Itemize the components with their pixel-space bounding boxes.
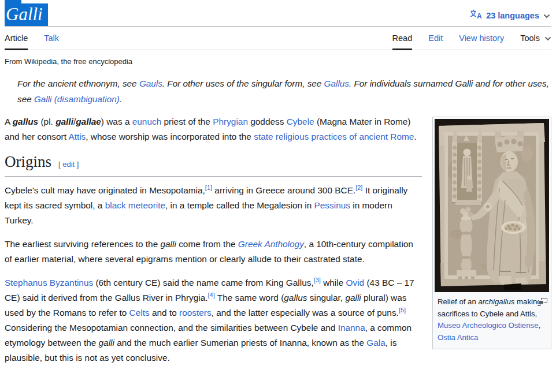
thumbnail-image[interactable] <box>435 119 549 292</box>
tab-bar: Article Talk Read Edit View history Tool… <box>5 27 551 50</box>
wiki-link[interactable]: Gallus <box>324 79 349 88</box>
image-caption-text: Relief of an archigallus making sacrific… <box>438 297 542 342</box>
page-header: Galli A 23 languages <box>5 0 551 25</box>
wiki-link[interactable]: roosters <box>179 308 212 318</box>
reference-link[interactable]: [1] <box>205 184 212 191</box>
reference-link[interactable]: [4] <box>208 292 215 298</box>
main-text: A gallus (pl. galli/gallae) was a eunuch… <box>5 114 422 365</box>
namespace-tabs: Article Talk <box>5 27 59 50</box>
tab-read[interactable]: Read <box>392 27 413 50</box>
language-button[interactable]: A 23 languages <box>470 9 550 21</box>
site-tagline: From Wikipedia, the free encyclopedia <box>5 57 551 66</box>
language-icon: A <box>470 9 482 21</box>
view-tabs: Read Edit View history Tools <box>392 27 551 50</box>
wiki-link[interactable]: Pessinus <box>314 200 350 210</box>
wiki-link[interactable]: Galli (disambiguation) <box>34 94 120 104</box>
edit-section-link[interactable]: edit <box>62 160 75 169</box>
tab-tools[interactable]: Tools <box>520 27 551 50</box>
chevron-down-icon <box>544 33 551 43</box>
article-body: Relief of an archigallus making sacrific… <box>5 114 551 365</box>
wiki-link[interactable]: black meteorite <box>105 200 165 210</box>
page-title: Galli <box>5 4 48 25</box>
selection-artifact <box>5 0 21 5</box>
page-title-text: Galli <box>5 3 48 26</box>
reference-link[interactable]: [5] <box>399 307 406 313</box>
paragraph: Cybele's cult may have originated in Mes… <box>5 183 422 228</box>
thumbnail: Relief of an archigallus making sacrific… <box>432 117 551 349</box>
wiki-link[interactable]: Stephanus Byzantinus <box>5 278 93 288</box>
wiki-link[interactable]: Ovid <box>346 278 365 288</box>
section-heading-origins: Origins[ edit ] <box>5 154 422 177</box>
language-count-label: 23 languages <box>486 11 539 20</box>
reference-link[interactable]: [2] <box>355 184 362 191</box>
hatnote: For the ancient ethnonym, see Gauls. For… <box>17 76 551 107</box>
edit-bracket: ] <box>77 160 79 169</box>
wiki-link[interactable]: Greek Anthology <box>238 239 304 249</box>
tab-talk[interactable]: Talk <box>44 27 59 50</box>
paragraph: The earliest surviving references to the… <box>5 237 422 267</box>
reference-link[interactable]: [3] <box>314 277 321 283</box>
tab-edit[interactable]: Edit <box>428 27 443 50</box>
svg-text:A: A <box>477 12 482 19</box>
section-heading-text: Origins <box>5 153 51 170</box>
tab-view-history[interactable]: View history <box>459 27 504 50</box>
image-caption: Relief of an archigallus making sacrific… <box>435 292 549 347</box>
wiki-link[interactable]: Inanna <box>338 323 365 333</box>
tools-label: Tools <box>520 33 540 43</box>
wiki-link[interactable]: Attis <box>68 132 86 141</box>
wiki-link[interactable]: eunuch <box>132 117 162 126</box>
wiki-link[interactable]: Museo Archeologico Ostiense <box>438 321 538 330</box>
wiki-link[interactable]: Gauls <box>139 79 162 88</box>
paragraph: Stephanus Byzantinus (6th century CE) sa… <box>5 275 422 365</box>
wiki-link[interactable]: state religious practices of ancient Rom… <box>254 132 414 141</box>
expand-icon[interactable] <box>539 297 547 309</box>
wiki-link[interactable]: Gala <box>366 338 386 348</box>
wiki-link[interactable]: Phrygian <box>213 117 248 126</box>
wiki-link[interactable]: Celts <box>129 308 150 318</box>
wiki-link[interactable]: Cybele <box>287 117 314 126</box>
lead-paragraph: A gallus (pl. galli/gallae) was a eunuch… <box>5 114 422 144</box>
edit-bracket: [ <box>58 160 61 169</box>
wiki-link[interactable]: Ostia Antica <box>438 333 478 342</box>
tab-article[interactable]: Article <box>5 27 28 50</box>
chevron-down-icon <box>543 10 550 21</box>
